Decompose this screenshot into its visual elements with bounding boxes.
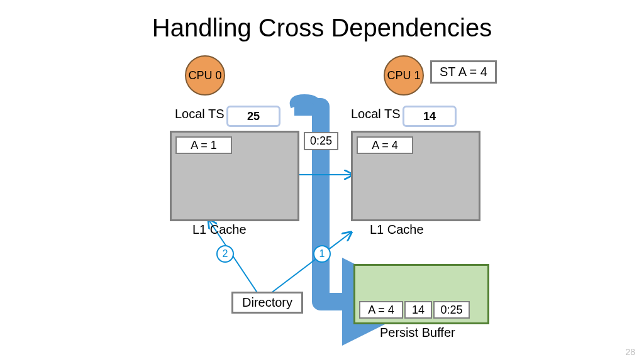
cpu1-label: CPU 1 — [387, 69, 420, 82]
cpu1-local-ts-value: 14 — [402, 106, 457, 127]
svg-line-1 — [268, 233, 351, 295]
cpu0-label: CPU 0 — [188, 69, 221, 82]
cpu0-local-ts-value: 25 — [226, 106, 280, 127]
cpu0-cache-entry: A = 1 — [175, 136, 232, 154]
pbuf-dep: 0:25 — [433, 301, 470, 319]
pbuf-value: A = 4 — [359, 301, 403, 319]
cpu0-node: CPU 0 — [185, 55, 225, 96]
cpu1-cache-entry: A = 4 — [357, 136, 413, 154]
cpu1-cache-label: L1 Cache — [370, 222, 424, 237]
cpu1-local-ts-label: Local TS — [351, 107, 401, 121]
cpu0-cache-label: L1 Cache — [192, 222, 247, 237]
step-2-marker: 2 — [216, 245, 234, 263]
flow-arrow-big — [0, 0, 644, 362]
cpu1-node: CPU 1 — [384, 55, 424, 96]
cpu1-l1-cache: A = 4 — [351, 131, 480, 221]
cpu1-instruction: ST A = 4 — [430, 60, 497, 84]
message-tag: 0:25 — [304, 132, 338, 150]
pbuf-ts: 14 — [404, 301, 432, 319]
directory-box: Directory — [231, 292, 303, 314]
cpu0-local-ts-label: Local TS — [175, 107, 225, 121]
persist-buffer: A = 4 14 0:25 — [353, 264, 489, 324]
persist-buffer-label: Persist Buffer — [380, 326, 455, 340]
step-1-marker: 1 — [313, 245, 331, 263]
cpu0-l1-cache: A = 1 — [170, 131, 299, 221]
